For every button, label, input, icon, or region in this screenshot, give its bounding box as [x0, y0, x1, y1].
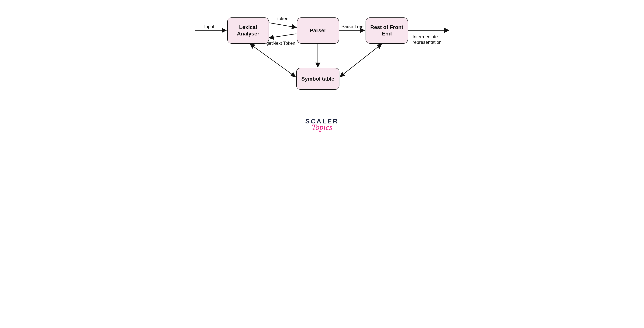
node-symbol-table: Symbol table	[296, 68, 340, 90]
node-parser-label: Parser	[310, 27, 326, 34]
edge-lexical-parser-token	[269, 23, 296, 28]
label-input: Input	[204, 24, 214, 29]
label-parse-tree: Parse Tree	[341, 24, 364, 29]
edge-rest-symbol	[340, 44, 382, 77]
node-rest-label: Rest of Front End	[370, 24, 404, 37]
edge-parser-lexical-getnext	[269, 34, 296, 38]
node-parser: Parser	[297, 18, 339, 44]
node-lexical-analyser: Lexical Analyser	[227, 18, 269, 44]
label-getnext-token: getNext Token	[266, 41, 295, 46]
label-token: token	[277, 16, 288, 21]
node-symbol-label: Symbol table	[301, 76, 334, 82]
node-lexical-label: Lexical Analyser	[232, 24, 265, 37]
brand-logo: SCALER Topics	[305, 118, 339, 132]
node-rest-front-end: Rest of Front End	[366, 18, 408, 44]
edge-lexical-symbol	[250, 44, 296, 77]
diagram-canvas: Lexical Analyser Parser Rest of Front En…	[176, 0, 468, 148]
label-intermediate-representation: Intermediate representation	[412, 34, 448, 45]
